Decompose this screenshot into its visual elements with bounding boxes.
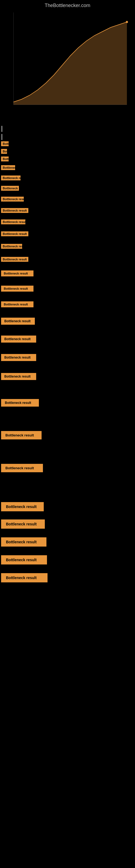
result-row-11: Bottleneck result xyxy=(1,243,134,250)
result-label-chip-16: Bottleneck result xyxy=(1,318,35,325)
result-row-9: Bottleneck result xyxy=(1,218,134,226)
svg-point-3 xyxy=(126,21,128,23)
result-label-chip-23: Bottleneck result xyxy=(1,502,44,511)
result-row-13: Bottleneck result xyxy=(1,269,134,278)
result-label-chip-24: Bottleneck result xyxy=(1,520,45,529)
result-row-27: Bottleneck result xyxy=(1,572,134,593)
result-row-16: Bottleneck result xyxy=(1,316,134,326)
result-label-chip-8: Bottleneck result xyxy=(1,208,28,213)
chart-area xyxy=(0,10,135,124)
result-row-1: Bottleneck result xyxy=(1,140,134,148)
result-row-22: Bottleneck result xyxy=(1,463,134,474)
result-label-chip-4: Bottleneck result xyxy=(1,165,15,170)
result-label-chip-2: Bottleneck result xyxy=(1,149,7,154)
result-label-chip-6: Bottleneck result xyxy=(1,186,19,191)
result-label-chip-17: Bottleneck result xyxy=(1,336,36,343)
vertical-indicator xyxy=(2,126,2,132)
results-container: Bottleneck result Bottleneck result Bott… xyxy=(0,124,135,593)
result-row-10: Bottleneck result xyxy=(1,230,134,238)
result-label-chip-7: Bottleneck result xyxy=(1,197,24,202)
result-label-chip-20: Bottleneck result xyxy=(1,399,39,407)
result-row-4: Bottleneck result xyxy=(1,164,134,172)
result-row-3: Bottleneck result xyxy=(1,155,134,163)
result-row-24: Bottleneck result xyxy=(1,518,134,530)
result-row-12: Bottleneck result xyxy=(1,255,134,263)
result-label-chip-13: Bottleneck result xyxy=(1,271,34,276)
site-title: TheBottlenecker.com xyxy=(0,0,135,10)
result-row-15: Bottleneck result xyxy=(1,300,134,309)
result-row-2: Bottleneck result xyxy=(1,148,134,155)
result-row-18: Bottleneck result xyxy=(1,352,134,362)
result-row-17: Bottleneck result xyxy=(1,334,134,344)
result-label-chip-10: Bottleneck result xyxy=(1,231,28,236)
result-row-6: Bottleneck result xyxy=(1,184,134,192)
result-row-26: Bottleneck result xyxy=(1,554,134,566)
result-row-25: Bottleneck result xyxy=(1,536,134,548)
result-label-chip: Bottleneck result xyxy=(1,141,9,146)
result-label-chip-14: Bottleneck result xyxy=(1,286,34,291)
result-label-chip-25: Bottleneck result xyxy=(1,537,46,547)
result-label-chip-22: Bottleneck result xyxy=(1,464,43,472)
result-label-chip-26: Bottleneck result xyxy=(1,555,47,564)
result-row-vbar-2 xyxy=(1,132,134,140)
result-label-chip-15: Bottleneck result xyxy=(1,301,34,307)
result-row-vbar-1 xyxy=(1,124,134,132)
result-label-chip-19: Bottleneck result xyxy=(1,373,36,380)
result-row-23: Bottleneck result xyxy=(1,501,134,513)
result-label-chip-5: Bottleneck result xyxy=(1,176,20,180)
vertical-indicator-2 xyxy=(2,134,2,140)
result-label-chip-18: Bottleneck result xyxy=(1,354,36,361)
result-label-chip-9: Bottleneck result xyxy=(1,219,26,224)
result-row-5: Bottleneck result xyxy=(1,174,134,182)
result-row-7: Bottleneck result xyxy=(1,195,134,203)
result-row-21: Bottleneck result xyxy=(1,430,134,441)
result-row-14: Bottleneck result xyxy=(1,284,134,293)
result-row-19: Bottleneck result xyxy=(1,372,134,381)
result-row-20: Bottleneck result xyxy=(1,398,134,408)
result-label-chip-11: Bottleneck result xyxy=(1,244,22,249)
result-label-chip-3: Bottleneck result xyxy=(1,156,9,161)
result-label-chip-27: Bottleneck result xyxy=(1,573,48,582)
chart-svg xyxy=(5,10,130,113)
result-label-chip-21: Bottleneck result xyxy=(1,431,42,439)
chart-inner xyxy=(5,10,130,113)
result-label-chip-12: Bottleneck result xyxy=(1,257,28,262)
result-row-8: Bottleneck result xyxy=(1,207,134,214)
